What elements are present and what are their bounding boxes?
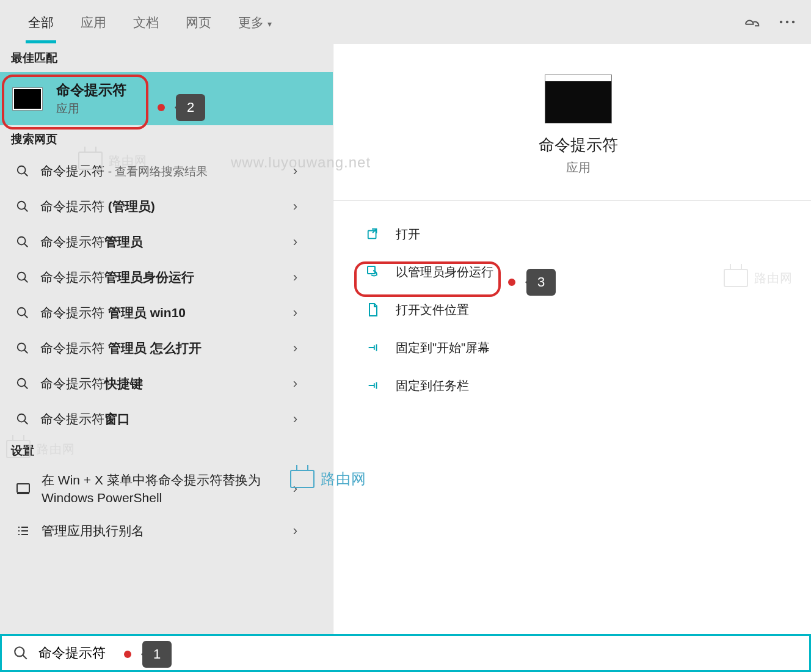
search-bar: 1 [0, 634, 811, 672]
svg-point-29 [15, 647, 24, 656]
action-pin-taskbar[interactable]: 固定到任务栏 [363, 371, 799, 400]
pin-icon [365, 341, 381, 354]
chevron-right-icon: › [293, 234, 322, 250]
search-icon [16, 341, 29, 355]
svg-line-8 [24, 244, 28, 247]
chevron-right-icon: › [293, 376, 322, 392]
cmd-icon-large [545, 75, 612, 123]
details-panel: 命令提示符 应用 打开 以管理员身份运行 [333, 44, 811, 634]
action-run-admin[interactable]: 以管理员身份运行 [363, 257, 799, 287]
svg-line-30 [23, 655, 27, 659]
section-search-web: 搜索网页 [0, 125, 333, 153]
results-column: 最佳匹配 命令提示符 应用 2 搜索网页 命令提示符 - 查看网络 [0, 44, 333, 634]
chevron-right-icon: › [293, 269, 322, 285]
svg-point-0 [780, 21, 782, 23]
chevron-right-icon: › [293, 305, 322, 321]
chevron-right-icon: › [293, 481, 322, 497]
web-result[interactable]: 命令提示符管理员身份运行 › [0, 260, 333, 295]
action-pin-start[interactable]: 固定到"开始"屏幕 [363, 333, 799, 362]
section-best-match: 最佳匹配 [0, 44, 333, 72]
search-icon [16, 235, 29, 249]
action-open[interactable]: 打开 [363, 219, 799, 249]
svg-line-16 [24, 385, 28, 389]
chevron-right-icon: › [293, 199, 322, 214]
tab-documents[interactable]: 文档 [120, 2, 172, 42]
svg-line-4 [24, 173, 28, 177]
svg-point-9 [18, 272, 26, 280]
svg-point-3 [18, 166, 26, 174]
best-match-subtitle: 应用 [56, 101, 126, 117]
chevron-right-icon: › [293, 340, 322, 356]
best-match-title: 命令提示符 [56, 81, 126, 100]
more-options-icon[interactable] [778, 20, 796, 24]
settings-item-powershell[interactable]: 在 Win + X 菜单中将命令提示符替换为 Windows PowerShel… [0, 465, 333, 513]
tab-all[interactable]: 全部 [15, 2, 67, 42]
web-result[interactable]: 命令提示符 (管理员) › [0, 189, 333, 224]
open-icon [365, 227, 381, 241]
svg-point-11 [18, 308, 26, 316]
svg-line-6 [24, 208, 28, 212]
svg-line-14 [24, 350, 28, 354]
search-input[interactable] [38, 645, 222, 661]
monitor-icon [16, 483, 31, 495]
file-icon [365, 302, 381, 317]
search-icon [16, 377, 29, 390]
svg-line-10 [24, 279, 28, 283]
svg-point-2 [792, 21, 795, 23]
svg-point-15 [18, 379, 26, 387]
svg-point-7 [18, 237, 26, 245]
web-result[interactable]: 命令提示符 - 查看网络搜索结果 › [0, 153, 333, 189]
search-icon [16, 164, 29, 178]
svg-point-1 [786, 21, 788, 23]
web-result[interactable]: 命令提示符快捷键 › [0, 366, 333, 401]
svg-point-17 [18, 414, 26, 422]
settings-item-aliases[interactable]: 管理应用执行别名 › [0, 513, 333, 549]
tab-web[interactable]: 网页 [172, 2, 225, 42]
svg-rect-19 [17, 484, 29, 492]
web-result[interactable]: 命令提示符 管理员 win10 › [0, 295, 333, 331]
svg-line-12 [24, 315, 28, 318]
search-icon [16, 271, 29, 284]
chevron-right-icon: › [293, 163, 322, 179]
divider [333, 200, 811, 201]
section-settings: 设置 [0, 437, 333, 465]
app-title: 命令提示符 [358, 134, 799, 156]
app-subtitle: 应用 [358, 159, 799, 176]
web-result[interactable]: 命令提示符管理员 › [0, 224, 333, 260]
chevron-right-icon: › [293, 523, 322, 539]
chevron-down-icon: ▾ [267, 19, 272, 29]
top-tabs: 全部 应用 文档 网页 更多▾ [0, 0, 811, 44]
tab-more[interactable]: 更多▾ [225, 2, 285, 42]
search-icon [16, 412, 29, 426]
search-icon [16, 200, 29, 213]
action-open-location[interactable]: 打开文件位置 [363, 295, 799, 324]
svg-point-13 [18, 343, 26, 351]
best-match-result[interactable]: 命令提示符 应用 [0, 72, 333, 125]
chevron-right-icon: › [293, 411, 322, 427]
cmd-icon [12, 87, 43, 111]
svg-line-18 [24, 421, 28, 425]
web-result[interactable]: 命令提示符窗口 › [0, 401, 333, 437]
tab-apps[interactable]: 应用 [67, 2, 120, 42]
svg-rect-28 [368, 266, 375, 274]
web-result[interactable]: 命令提示符 管理员 怎么打开 › [0, 331, 333, 366]
search-icon [13, 645, 29, 661]
svg-point-5 [18, 202, 26, 210]
shield-icon [365, 265, 381, 279]
pin-icon [365, 379, 381, 392]
list-icon [16, 525, 31, 537]
svg-rect-27 [368, 231, 376, 239]
search-icon [16, 306, 29, 320]
feedback-icon[interactable] [743, 13, 761, 31]
